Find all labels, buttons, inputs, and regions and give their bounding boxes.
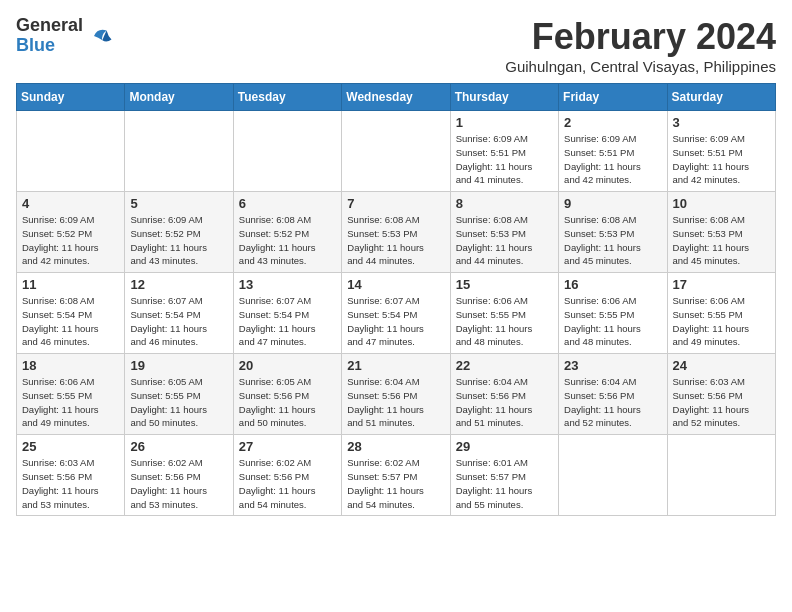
day-number: 20 (239, 358, 336, 373)
calendar-cell: 25Sunrise: 6:03 AM Sunset: 5:56 PM Dayli… (17, 435, 125, 516)
calendar-cell: 27Sunrise: 6:02 AM Sunset: 5:56 PM Dayli… (233, 435, 341, 516)
calendar-cell: 5Sunrise: 6:09 AM Sunset: 5:52 PM Daylig… (125, 192, 233, 273)
calendar-cell (559, 435, 667, 516)
day-info: Sunrise: 6:07 AM Sunset: 5:54 PM Dayligh… (130, 294, 227, 349)
calendar-cell (125, 111, 233, 192)
title-area: February 2024 Guihulngan, Central Visaya… (505, 16, 776, 75)
calendar-cell (17, 111, 125, 192)
calendar-cell: 12Sunrise: 6:07 AM Sunset: 5:54 PM Dayli… (125, 273, 233, 354)
day-info: Sunrise: 6:06 AM Sunset: 5:55 PM Dayligh… (22, 375, 119, 430)
calendar-day-header: Friday (559, 84, 667, 111)
calendar-cell: 2Sunrise: 6:09 AM Sunset: 5:51 PM Daylig… (559, 111, 667, 192)
day-info: Sunrise: 6:09 AM Sunset: 5:51 PM Dayligh… (456, 132, 553, 187)
day-info: Sunrise: 6:06 AM Sunset: 5:55 PM Dayligh… (564, 294, 661, 349)
day-number: 19 (130, 358, 227, 373)
calendar-day-header: Thursday (450, 84, 558, 111)
day-info: Sunrise: 6:07 AM Sunset: 5:54 PM Dayligh… (347, 294, 444, 349)
day-number: 4 (22, 196, 119, 211)
calendar-cell: 20Sunrise: 6:05 AM Sunset: 5:56 PM Dayli… (233, 354, 341, 435)
day-info: Sunrise: 6:08 AM Sunset: 5:54 PM Dayligh… (22, 294, 119, 349)
calendar-cell: 14Sunrise: 6:07 AM Sunset: 5:54 PM Dayli… (342, 273, 450, 354)
day-info: Sunrise: 6:08 AM Sunset: 5:53 PM Dayligh… (347, 213, 444, 268)
day-number: 10 (673, 196, 770, 211)
day-info: Sunrise: 6:09 AM Sunset: 5:52 PM Dayligh… (22, 213, 119, 268)
day-number: 28 (347, 439, 444, 454)
calendar-cell (667, 435, 775, 516)
calendar-cell: 16Sunrise: 6:06 AM Sunset: 5:55 PM Dayli… (559, 273, 667, 354)
calendar-cell: 17Sunrise: 6:06 AM Sunset: 5:55 PM Dayli… (667, 273, 775, 354)
calendar-cell: 9Sunrise: 6:08 AM Sunset: 5:53 PM Daylig… (559, 192, 667, 273)
calendar-cell (233, 111, 341, 192)
day-number: 12 (130, 277, 227, 292)
day-number: 17 (673, 277, 770, 292)
calendar-cell: 4Sunrise: 6:09 AM Sunset: 5:52 PM Daylig… (17, 192, 125, 273)
logo-text: General Blue (16, 16, 83, 56)
day-info: Sunrise: 6:04 AM Sunset: 5:56 PM Dayligh… (564, 375, 661, 430)
calendar-cell: 7Sunrise: 6:08 AM Sunset: 5:53 PM Daylig… (342, 192, 450, 273)
day-info: Sunrise: 6:06 AM Sunset: 5:55 PM Dayligh… (456, 294, 553, 349)
day-info: Sunrise: 6:02 AM Sunset: 5:56 PM Dayligh… (239, 456, 336, 511)
calendar-day-header: Sunday (17, 84, 125, 111)
day-info: Sunrise: 6:04 AM Sunset: 5:56 PM Dayligh… (456, 375, 553, 430)
day-info: Sunrise: 6:08 AM Sunset: 5:53 PM Dayligh… (564, 213, 661, 268)
day-number: 26 (130, 439, 227, 454)
day-number: 27 (239, 439, 336, 454)
calendar-cell: 15Sunrise: 6:06 AM Sunset: 5:55 PM Dayli… (450, 273, 558, 354)
calendar-table: SundayMondayTuesdayWednesdayThursdayFrid… (16, 83, 776, 516)
day-number: 7 (347, 196, 444, 211)
day-number: 29 (456, 439, 553, 454)
day-number: 6 (239, 196, 336, 211)
calendar-cell: 24Sunrise: 6:03 AM Sunset: 5:56 PM Dayli… (667, 354, 775, 435)
day-info: Sunrise: 6:02 AM Sunset: 5:56 PM Dayligh… (130, 456, 227, 511)
day-number: 23 (564, 358, 661, 373)
day-info: Sunrise: 6:04 AM Sunset: 5:56 PM Dayligh… (347, 375, 444, 430)
calendar-cell: 28Sunrise: 6:02 AM Sunset: 5:57 PM Dayli… (342, 435, 450, 516)
day-number: 15 (456, 277, 553, 292)
day-info: Sunrise: 6:05 AM Sunset: 5:56 PM Dayligh… (239, 375, 336, 430)
logo-bird-icon (87, 22, 115, 50)
day-info: Sunrise: 6:05 AM Sunset: 5:55 PM Dayligh… (130, 375, 227, 430)
day-number: 14 (347, 277, 444, 292)
day-info: Sunrise: 6:08 AM Sunset: 5:52 PM Dayligh… (239, 213, 336, 268)
calendar-cell: 6Sunrise: 6:08 AM Sunset: 5:52 PM Daylig… (233, 192, 341, 273)
day-number: 24 (673, 358, 770, 373)
day-number: 13 (239, 277, 336, 292)
calendar-cell: 1Sunrise: 6:09 AM Sunset: 5:51 PM Daylig… (450, 111, 558, 192)
calendar-cell: 26Sunrise: 6:02 AM Sunset: 5:56 PM Dayli… (125, 435, 233, 516)
day-number: 22 (456, 358, 553, 373)
day-info: Sunrise: 6:09 AM Sunset: 5:51 PM Dayligh… (673, 132, 770, 187)
day-info: Sunrise: 6:08 AM Sunset: 5:53 PM Dayligh… (673, 213, 770, 268)
calendar-cell: 8Sunrise: 6:08 AM Sunset: 5:53 PM Daylig… (450, 192, 558, 273)
calendar-cell: 18Sunrise: 6:06 AM Sunset: 5:55 PM Dayli… (17, 354, 125, 435)
day-info: Sunrise: 6:08 AM Sunset: 5:53 PM Dayligh… (456, 213, 553, 268)
day-info: Sunrise: 6:03 AM Sunset: 5:56 PM Dayligh… (22, 456, 119, 511)
calendar-day-header: Saturday (667, 84, 775, 111)
month-title: February 2024 (505, 16, 776, 58)
day-number: 8 (456, 196, 553, 211)
calendar-cell: 10Sunrise: 6:08 AM Sunset: 5:53 PM Dayli… (667, 192, 775, 273)
day-number: 3 (673, 115, 770, 130)
calendar-cell: 13Sunrise: 6:07 AM Sunset: 5:54 PM Dayli… (233, 273, 341, 354)
calendar-cell: 21Sunrise: 6:04 AM Sunset: 5:56 PM Dayli… (342, 354, 450, 435)
day-info: Sunrise: 6:02 AM Sunset: 5:57 PM Dayligh… (347, 456, 444, 511)
day-number: 25 (22, 439, 119, 454)
day-number: 18 (22, 358, 119, 373)
location-title: Guihulngan, Central Visayas, Philippines (505, 58, 776, 75)
day-info: Sunrise: 6:06 AM Sunset: 5:55 PM Dayligh… (673, 294, 770, 349)
calendar-cell: 22Sunrise: 6:04 AM Sunset: 5:56 PM Dayli… (450, 354, 558, 435)
day-number: 2 (564, 115, 661, 130)
page-header: General Blue February 2024 Guihulngan, C… (16, 16, 776, 75)
calendar-day-header: Wednesday (342, 84, 450, 111)
calendar-day-header: Monday (125, 84, 233, 111)
logo-general: General (16, 15, 83, 35)
day-info: Sunrise: 6:09 AM Sunset: 5:52 PM Dayligh… (130, 213, 227, 268)
calendar-cell: 19Sunrise: 6:05 AM Sunset: 5:55 PM Dayli… (125, 354, 233, 435)
calendar-cell: 23Sunrise: 6:04 AM Sunset: 5:56 PM Dayli… (559, 354, 667, 435)
day-number: 9 (564, 196, 661, 211)
day-number: 1 (456, 115, 553, 130)
day-info: Sunrise: 6:03 AM Sunset: 5:56 PM Dayligh… (673, 375, 770, 430)
day-info: Sunrise: 6:07 AM Sunset: 5:54 PM Dayligh… (239, 294, 336, 349)
calendar-cell (342, 111, 450, 192)
calendar-cell: 29Sunrise: 6:01 AM Sunset: 5:57 PM Dayli… (450, 435, 558, 516)
day-number: 21 (347, 358, 444, 373)
